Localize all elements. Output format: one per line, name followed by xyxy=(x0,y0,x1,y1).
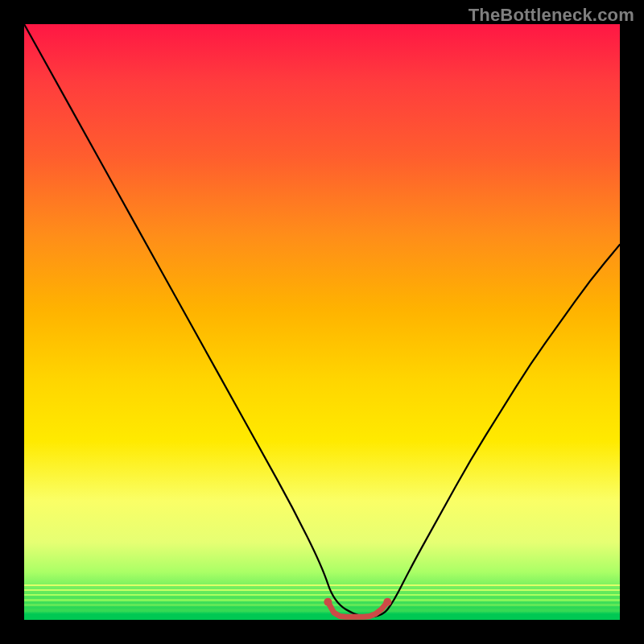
watermark-text: TheBottleneck.com xyxy=(469,5,634,26)
bottleneck-chart: TheBottleneck.com xyxy=(0,0,644,644)
chart-gradient-background xyxy=(24,24,620,620)
